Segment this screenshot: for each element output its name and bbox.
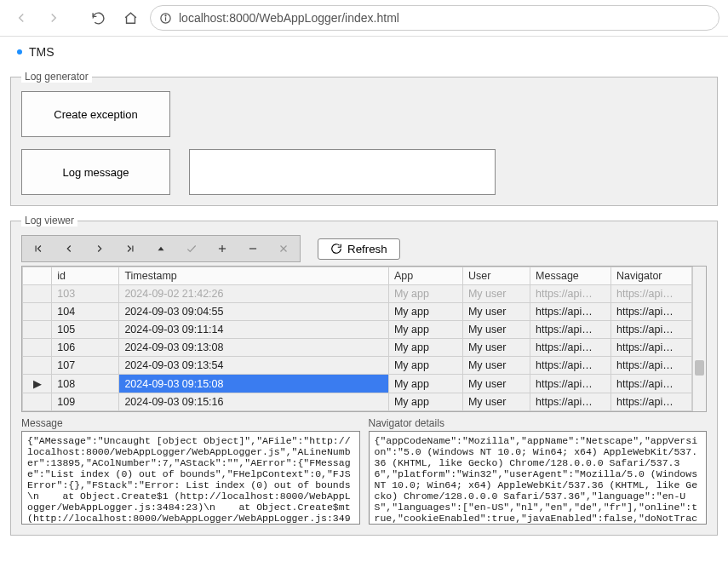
log-generator-panel: Log generator Create exception Log messa… bbox=[10, 71, 718, 206]
cell-message[interactable]: https://api… bbox=[530, 357, 611, 375]
cell-user[interactable]: My user bbox=[462, 285, 530, 303]
row-indicator[interactable] bbox=[23, 339, 52, 357]
cell-timestamp[interactable]: 2024-09-03 09:04:55 bbox=[119, 303, 389, 321]
scrollbar-thumb[interactable] bbox=[695, 360, 704, 376]
message-detail-label: Message bbox=[21, 417, 360, 429]
row-indicator[interactable] bbox=[23, 321, 52, 339]
forward-icon[interactable] bbox=[41, 5, 66, 31]
row-indicator[interactable] bbox=[23, 357, 52, 375]
cell-message[interactable]: https://api… bbox=[530, 321, 611, 339]
cell-navigator[interactable]: https://api… bbox=[611, 393, 692, 411]
log-viewer-legend: Log viewer bbox=[21, 215, 77, 227]
refresh-label: Refresh bbox=[347, 243, 387, 255]
reload-icon[interactable] bbox=[85, 5, 111, 31]
cell-app[interactable]: My app bbox=[388, 321, 462, 339]
close-icon[interactable] bbox=[276, 241, 291, 256]
table-row[interactable]: 1032024-09-02 21:42:26My appMy userhttps… bbox=[23, 285, 692, 303]
cell-timestamp[interactable]: 2024-09-03 09:15:08 bbox=[119, 375, 389, 393]
navigator-detail-box[interactable]: {"appCodeName":"Mozilla","appName":"Nets… bbox=[369, 431, 708, 525]
next-icon[interactable] bbox=[92, 241, 107, 256]
cell-navigator[interactable]: https://api… bbox=[611, 303, 692, 321]
cell-user[interactable]: My user bbox=[462, 393, 530, 411]
app-dot-icon bbox=[17, 49, 22, 54]
minus-icon[interactable] bbox=[245, 241, 261, 256]
col-message[interactable]: Message bbox=[530, 267, 611, 285]
back-icon[interactable] bbox=[9, 5, 34, 31]
cell-app[interactable]: My app bbox=[388, 357, 462, 375]
first-icon[interactable] bbox=[31, 241, 46, 256]
info-icon bbox=[159, 12, 172, 25]
cell-navigator[interactable]: https://api… bbox=[611, 375, 692, 393]
cell-id[interactable]: 103 bbox=[52, 285, 119, 303]
url-bar[interactable]: localhost:8000/WebAppLogger/index.html bbox=[150, 5, 719, 31]
cell-id[interactable]: 108 bbox=[52, 375, 119, 393]
cell-user[interactable]: My user bbox=[462, 321, 530, 339]
cell-id[interactable]: 104 bbox=[52, 303, 119, 321]
cell-timestamp[interactable]: 2024-09-03 09:11:14 bbox=[119, 321, 389, 339]
check-icon[interactable] bbox=[184, 241, 199, 256]
log-viewer-panel: Log viewer Refresh bbox=[10, 215, 718, 536]
cell-user[interactable]: My user bbox=[462, 303, 530, 321]
table-row[interactable]: 1092024-09-03 09:15:16My appMy userhttps… bbox=[23, 393, 692, 411]
home-icon[interactable] bbox=[118, 5, 143, 31]
cell-message[interactable]: https://api… bbox=[530, 303, 611, 321]
row-indicator[interactable] bbox=[23, 303, 52, 321]
prev-icon[interactable] bbox=[61, 241, 77, 256]
svg-point-2 bbox=[165, 14, 166, 15]
col-timestamp[interactable]: Timestamp bbox=[119, 267, 389, 285]
col-id[interactable]: id bbox=[52, 267, 119, 285]
row-indicator[interactable] bbox=[23, 393, 52, 411]
log-grid[interactable]: id Timestamp App User Message Navigator … bbox=[22, 267, 692, 411]
svg-marker-5 bbox=[158, 247, 164, 251]
cell-navigator[interactable]: https://api… bbox=[611, 321, 692, 339]
cell-user[interactable]: My user bbox=[462, 357, 530, 375]
message-detail-box[interactable]: {"AMessage":"Uncaught [object Object]","… bbox=[21, 431, 360, 525]
col-app[interactable]: App bbox=[388, 267, 462, 285]
cell-app[interactable]: My app bbox=[388, 339, 462, 357]
table-row[interactable]: 1072024-09-03 09:13:54My appMy userhttps… bbox=[23, 357, 692, 375]
log-message-input[interactable] bbox=[189, 149, 496, 195]
cell-navigator[interactable]: https://api… bbox=[611, 357, 692, 375]
cell-app[interactable]: My app bbox=[388, 375, 462, 393]
grid-scrollbar[interactable] bbox=[692, 267, 706, 411]
cell-message[interactable]: https://api… bbox=[530, 339, 611, 357]
table-row[interactable]: 1062024-09-03 09:13:08My appMy userhttps… bbox=[23, 339, 692, 357]
cell-timestamp[interactable]: 2024-09-02 21:42:26 bbox=[119, 285, 389, 303]
table-row[interactable]: ▶1082024-09-03 09:15:08My appMy userhttp… bbox=[23, 375, 692, 393]
cell-navigator[interactable]: https://api… bbox=[611, 339, 692, 357]
cell-id[interactable]: 109 bbox=[52, 393, 119, 411]
create-exception-button[interactable]: Create exception bbox=[21, 91, 170, 137]
last-icon[interactable] bbox=[123, 241, 138, 256]
row-indicator[interactable] bbox=[23, 285, 52, 303]
cell-message[interactable]: https://api… bbox=[530, 393, 611, 411]
log-message-button[interactable]: Log message bbox=[21, 149, 170, 195]
cell-timestamp[interactable]: 2024-09-03 09:13:54 bbox=[119, 357, 389, 375]
col-user[interactable]: User bbox=[462, 267, 530, 285]
table-row[interactable]: 1052024-09-03 09:11:14My appMy userhttps… bbox=[23, 321, 692, 339]
cell-navigator[interactable]: https://api… bbox=[611, 285, 692, 303]
cell-message[interactable]: https://api… bbox=[530, 285, 611, 303]
grid-toolbar bbox=[21, 235, 301, 262]
app-title: TMS bbox=[29, 45, 54, 59]
cell-timestamp[interactable]: 2024-09-03 09:15:16 bbox=[119, 393, 389, 411]
row-indicator[interactable]: ▶ bbox=[23, 375, 52, 393]
cell-id[interactable]: 106 bbox=[52, 339, 119, 357]
cell-id[interactable]: 105 bbox=[52, 321, 119, 339]
cell-id[interactable]: 107 bbox=[52, 357, 119, 375]
caret-up-icon[interactable] bbox=[153, 241, 169, 256]
cell-app[interactable]: My app bbox=[388, 303, 462, 321]
plus-icon[interactable] bbox=[215, 241, 230, 256]
cell-app[interactable]: My app bbox=[388, 285, 462, 303]
table-row[interactable]: 1042024-09-03 09:04:55My appMy userhttps… bbox=[23, 303, 692, 321]
url-text: localhost:8000/WebAppLogger/index.html bbox=[179, 11, 399, 25]
cell-timestamp[interactable]: 2024-09-03 09:13:08 bbox=[119, 339, 389, 357]
col-indicator bbox=[23, 267, 52, 285]
refresh-button[interactable]: Refresh bbox=[318, 238, 400, 260]
cell-app[interactable]: My app bbox=[388, 393, 462, 411]
navigator-detail-label: Navigator details bbox=[369, 417, 708, 429]
col-navigator[interactable]: Navigator bbox=[611, 267, 692, 285]
cell-user[interactable]: My user bbox=[462, 375, 530, 393]
cell-user[interactable]: My user bbox=[462, 339, 530, 357]
cell-message[interactable]: https://api… bbox=[530, 375, 611, 393]
refresh-icon bbox=[330, 243, 342, 255]
